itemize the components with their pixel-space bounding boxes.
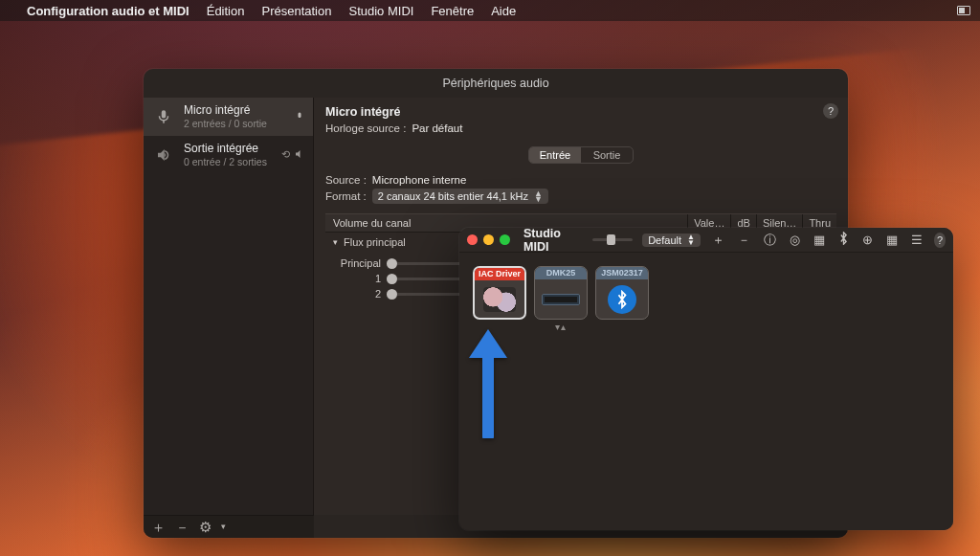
menu-edition[interactable]: Édition: [207, 4, 245, 18]
bluetooth-device-icon: [608, 285, 636, 314]
info-button[interactable]: ⓘ: [762, 232, 778, 249]
help-button[interactable]: ?: [934, 233, 946, 248]
chevron-down-icon[interactable]: ▾: [221, 523, 226, 531]
bluetooth-icon[interactable]: [836, 232, 851, 248]
midi-canvas[interactable]: IAC Driver DMK25 ▾▴ JSM02317: [459, 253, 953, 530]
grid-view-icon[interactable]: ▦: [884, 233, 900, 247]
rescan-button[interactable]: ◎: [788, 233, 802, 247]
remove-device-button[interactable]: －: [736, 232, 752, 249]
device-item-mic[interactable]: Micro intégré 2 entrées / 0 sortie: [144, 98, 313, 136]
studio-midi-window: Studio MIDI Default ▲▼ ＋ － ⓘ ◎ ▦ ⊕ ▦ ☰ ?…: [459, 228, 953, 530]
midi-device-bt[interactable]: JSM02317: [595, 266, 649, 320]
midi-device-label: DMK25: [535, 267, 587, 279]
device-name: Sortie intégrée: [184, 142, 274, 156]
zoom-icon[interactable]: [500, 234, 510, 245]
midi-titlebar: Studio MIDI Default ▲▼ ＋ － ⓘ ◎ ▦ ⊕ ▦ ☰ ?: [459, 228, 953, 253]
midi-device-label: IAC Driver: [475, 268, 524, 280]
tab-output[interactable]: Sortie: [581, 147, 633, 163]
channel-label: 1: [331, 273, 381, 284]
source-value: Microphone interne: [372, 174, 466, 186]
device-item-output[interactable]: Sortie intégrée 0 entrée / 2 sorties ⟲: [144, 136, 313, 174]
menu-aide[interactable]: Aide: [491, 4, 516, 18]
detail-heading: Micro intégré: [325, 105, 836, 119]
sidebar-footer: ＋ － ⚙︎ ▾: [144, 515, 314, 538]
mic-icon: [151, 104, 176, 129]
menu-fenetre[interactable]: Fenêtre: [431, 4, 474, 18]
chevron-down-icon: ▾: [333, 237, 338, 247]
device-sidebar: Micro intégré 2 entrées / 0 sortie Sorti…: [144, 98, 314, 515]
menu-presentation[interactable]: Présentation: [261, 4, 331, 18]
source-label: Source :: [325, 174, 367, 186]
menubar: Configuration audio et MIDI Édition Prés…: [0, 0, 980, 21]
list-view-icon[interactable]: ☰: [909, 233, 924, 247]
midi-device-label: JSM02317: [596, 267, 648, 279]
test-button[interactable]: ▦: [812, 233, 827, 247]
menu-studio-midi[interactable]: Studio MIDI: [348, 4, 413, 18]
speaker-icon: [151, 143, 176, 167]
io-tabs[interactable]: Entrée Sortie: [528, 146, 634, 164]
clock-source-label: Horloge source :: [325, 122, 406, 134]
midi-window-title: Studio MIDI: [523, 228, 573, 254]
audio-window-title: Périphériques audio: [144, 77, 848, 90]
tab-input[interactable]: Entrée: [529, 147, 581, 163]
device-default-input-icon: [294, 111, 305, 122]
chevron-updown-icon: ▲▼: [534, 190, 543, 202]
clock-source-value: Par défaut: [412, 122, 462, 134]
configuration-select[interactable]: Default ▲▼: [642, 234, 701, 247]
midi-interface-icon: [542, 294, 580, 305]
help-button[interactable]: ?: [823, 103, 838, 119]
gear-icon[interactable]: ⚙︎: [199, 520, 212, 534]
volume-icon: [294, 148, 305, 162]
remove-device-button[interactable]: －: [175, 520, 189, 534]
chevron-updown-icon: ▲▼: [687, 234, 695, 246]
menubar-status-icon[interactable]: [957, 6, 970, 15]
channel-label: Principal: [331, 257, 381, 269]
loop-icon: ⟲: [281, 148, 290, 162]
format-select[interactable]: 2 canaux 24 bits entier 44,1 kHz ▲▼: [372, 189, 548, 204]
icon-size-slider[interactable]: [592, 238, 633, 241]
midi-device-dmk25[interactable]: DMK25: [534, 266, 588, 320]
port-indicators-icon: ▾▴: [534, 322, 588, 332]
device-sub: 0 entrée / 2 sorties: [184, 156, 274, 168]
network-icon[interactable]: ⊕: [860, 233, 875, 247]
add-device-button[interactable]: ＋: [710, 232, 726, 249]
channel-label: 2: [331, 288, 381, 300]
close-icon[interactable]: [467, 234, 478, 245]
app-name[interactable]: Configuration audio et MIDI: [27, 4, 189, 18]
minimize-icon[interactable]: [483, 234, 494, 245]
device-sub: 2 entrées / 0 sortie: [184, 118, 286, 130]
iac-driver-icon: [483, 287, 516, 312]
device-name: Micro intégré: [184, 103, 286, 118]
midi-device-iac[interactable]: IAC Driver: [473, 266, 526, 320]
format-label: Format :: [325, 190, 367, 202]
add-device-button[interactable]: ＋: [151, 520, 166, 534]
